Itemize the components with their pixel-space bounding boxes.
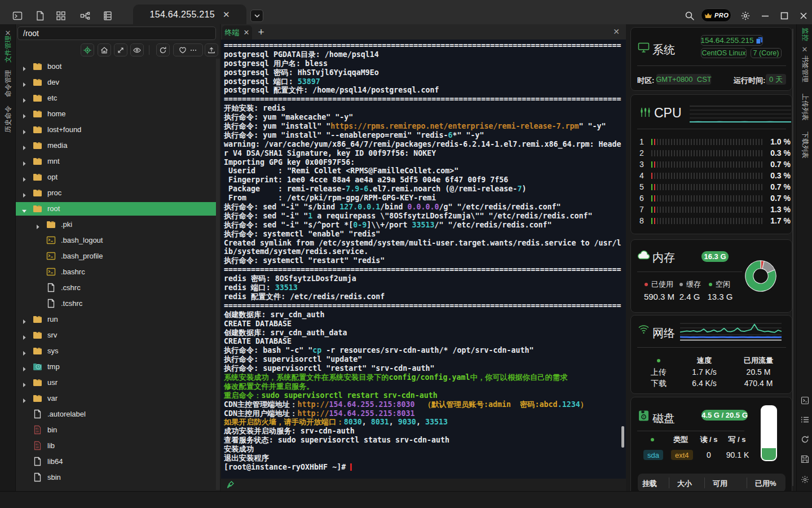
collapse-arrow-icon[interactable] — [21, 159, 27, 164]
copy-icon[interactable] — [756, 37, 763, 45]
terminal-line: ========================================… — [224, 265, 626, 274]
tree-item-lib[interactable]: 0110lib — [16, 438, 216, 454]
tree-item-lib64[interactable]: lib64 — [16, 454, 216, 470]
collapse-arrow-icon[interactable] — [21, 364, 27, 370]
locate-button[interactable] — [81, 43, 94, 56]
server-ip-badge[interactable]: 154.64.255.215 — [701, 35, 763, 46]
tree-item-boot[interactable]: boot — [16, 59, 216, 75]
file-tree-scrollbar[interactable] — [216, 59, 220, 490]
more-icon[interactable] — [189, 46, 197, 54]
cpu-system-mark — [654, 161, 655, 168]
uptime-label: 运行时间: — [734, 76, 765, 86]
settings-side-icon[interactable] — [801, 475, 809, 484]
terminal-tab[interactable]: 终端 ✕ — [222, 25, 252, 40]
clear-terminal-icon[interactable] — [226, 480, 235, 489]
save-side-icon[interactable] — [801, 455, 809, 463]
sidebar-item-command-history[interactable]: 历史命令 — [3, 106, 12, 133]
session-tab-close-icon[interactable]: ✕ — [223, 10, 230, 19]
tree-item-proc[interactable]: proc — [16, 185, 216, 201]
collapse-arrow-icon[interactable] — [21, 111, 27, 117]
collapse-arrow-icon[interactable] — [21, 64, 27, 69]
sidebar-item-bookmarks[interactable]: 书签管理 — [800, 55, 809, 82]
collapse-arrow-icon[interactable] — [21, 190, 27, 196]
session-tree-icon[interactable] — [80, 11, 90, 21]
tree-item-.autorelabel[interactable]: .autorelabel — [16, 406, 216, 422]
new-terminal-tab-button[interactable]: + — [255, 26, 267, 38]
monitor-close-icon[interactable]: ✕ — [801, 46, 808, 53]
task-list-icon[interactable] — [801, 415, 809, 424]
collapse-arrow-icon[interactable] — [21, 95, 27, 101]
collapse-arrow-icon[interactable] — [21, 317, 27, 322]
collapse-arrow-icon[interactable] — [35, 222, 41, 227]
pro-badge[interactable]: PRO — [701, 8, 731, 22]
home-button[interactable] — [98, 43, 111, 56]
tree-item-dev[interactable]: dev — [16, 75, 216, 90]
tree-item-mnt[interactable]: mnt — [16, 154, 216, 169]
monitor-scrollbar[interactable] — [792, 29, 793, 486]
tree-item-var[interactable]: var — [16, 391, 216, 406]
server-list-icon[interactable] — [103, 11, 113, 21]
new-terminal-icon[interactable] — [12, 11, 23, 21]
terminal-output[interactable]: ========================================… — [221, 40, 626, 479]
tree-item-opt[interactable]: opt — [16, 169, 216, 185]
tree-item-sbin[interactable]: sbin — [16, 470, 216, 485]
search-icon[interactable] — [685, 11, 695, 21]
tree-item-sys[interactable]: sys — [16, 343, 216, 359]
upload-button[interactable] — [205, 43, 218, 56]
tree-item-.bash_profile[interactable]: .bash_profile — [16, 248, 216, 264]
sidebar-item-upload-list[interactable]: 上传列表 — [800, 94, 809, 121]
tree-item-.cshrc[interactable]: .cshrc — [16, 280, 216, 296]
title-bar: 154.64.255.215 ✕ PRO — [0, 0, 812, 24]
collapse-arrow-icon[interactable] — [21, 80, 27, 85]
path-input[interactable] — [17, 27, 216, 40]
tree-item-tmp[interactable]: tmp — [16, 359, 216, 375]
terminal-pane-close-icon[interactable]: ✕ — [612, 28, 620, 36]
terminal-scrollbar[interactable] — [621, 426, 624, 448]
session-tab[interactable]: 154.64.255.215 ✕ — [133, 5, 246, 24]
collapse-arrow-icon[interactable] — [21, 127, 27, 133]
tree-item-srv[interactable]: srv — [16, 327, 216, 343]
tree-item-root[interactable]: root — [16, 201, 216, 217]
new-file-icon[interactable] — [35, 11, 45, 21]
terminal-bottom-toolbar — [221, 479, 626, 491]
tree-item-.bashrc[interactable]: .bashrc — [16, 264, 216, 280]
sidebar-item-command-manager[interactable]: 命令管理 — [3, 70, 12, 97]
collapse-arrow-icon[interactable] — [21, 348, 27, 354]
tree-item-run[interactable]: run — [16, 312, 216, 327]
terminal-side-icon[interactable] — [801, 396, 809, 405]
memory-legend-value: 13.3 G — [695, 292, 745, 301]
tab-list-dropdown[interactable] — [250, 10, 263, 22]
tree-item-etc[interactable]: etc — [16, 90, 216, 106]
close-window-button[interactable] — [798, 11, 809, 21]
settings-gear-icon[interactable] — [740, 11, 751, 21]
tree-item-label: .bash_logout — [61, 236, 103, 244]
refresh-side-icon[interactable] — [801, 435, 809, 444]
tree-item-media[interactable]: media — [16, 138, 216, 154]
collapse-button[interactable] — [114, 43, 127, 56]
sidebar-item-file-manager[interactable]: 文件管理 — [3, 36, 12, 63]
favorites-button[interactable] — [173, 43, 203, 56]
grid-view-icon[interactable] — [56, 11, 66, 21]
expand-arrow-icon[interactable] — [21, 206, 27, 212]
collapse-arrow-icon[interactable] — [21, 143, 27, 148]
maximize-button[interactable] — [779, 11, 789, 21]
collapse-arrow-icon[interactable] — [21, 332, 27, 338]
terminal-tab-close-icon[interactable]: ✕ — [244, 28, 250, 37]
disk-icon — [638, 410, 649, 422]
collapse-arrow-icon[interactable] — [21, 174, 27, 180]
tree-item-.bash_logout[interactable]: .bash_logout — [16, 233, 216, 248]
sidebar-item-download-list[interactable]: 下载列表 — [800, 132, 809, 159]
tree-item-bin[interactable]: 0110bin — [16, 422, 216, 438]
tree-item-.pki[interactable]: .pki — [16, 217, 216, 233]
sidebar-item-monitor[interactable]: 监控 — [800, 28, 809, 41]
tree-item-home[interactable]: home — [16, 106, 216, 122]
minimize-button[interactable] — [760, 11, 770, 21]
tree-item-usr[interactable]: usr — [16, 375, 216, 391]
show-hidden-button[interactable] — [130, 43, 144, 56]
terminal-line: 执行命令: supervisorctl "update" — [224, 355, 626, 364]
collapse-arrow-icon[interactable] — [21, 380, 27, 386]
tree-item-lost+found[interactable]: lost+found — [16, 122, 216, 138]
refresh-button[interactable] — [156, 43, 170, 56]
collapse-arrow-icon[interactable] — [21, 396, 27, 401]
tree-item-.tcshrc[interactable]: .tcshrc — [16, 296, 216, 312]
